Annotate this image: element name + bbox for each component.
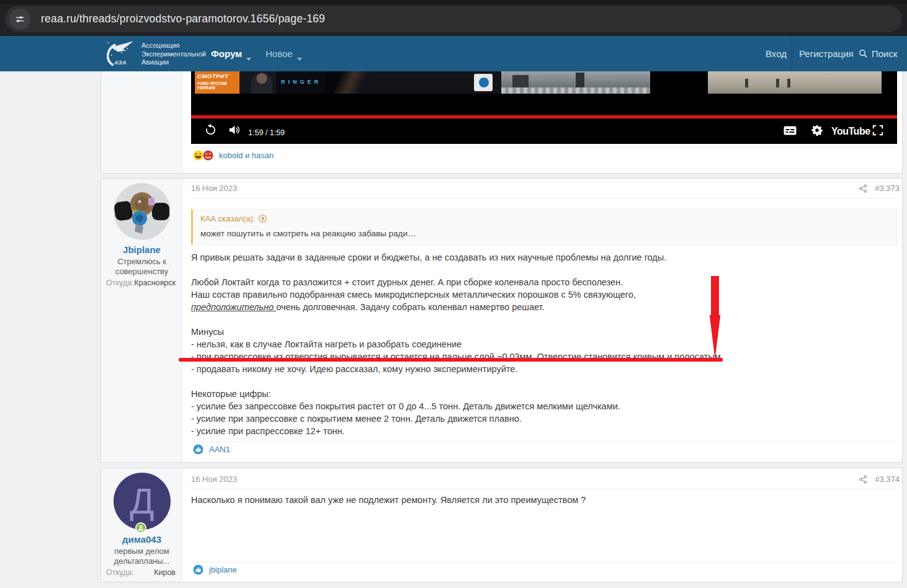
reactions-divider	[191, 562, 896, 563]
quote-expand-icon[interactable]	[259, 215, 267, 223]
share-button[interactable]	[859, 475, 867, 486]
endscreen-thumbnail[interactable]	[501, 71, 650, 94]
url-text[interactable]: reaa.ru/threads/proizvodstvo-paramotorov…	[41, 6, 325, 32]
online-badge-icon	[135, 522, 146, 533]
post-header-divider	[191, 198, 896, 198]
reactions-divider	[191, 442, 896, 442]
username-link[interactable]: Jbiplane	[101, 244, 182, 255]
post-date: 16 Ноя 2023	[191, 184, 237, 193]
nav-new-label: Новое	[266, 48, 293, 59]
avatar-letter: Д	[114, 473, 171, 530]
post-paragraph: Насколько я понимаю такой вал уже не под…	[191, 494, 811, 506]
youtube-logo-link[interactable]: YouTube	[831, 126, 870, 137]
logo-line: Ассоциация	[141, 42, 206, 50]
reactions-bar: AAN1	[193, 444, 230, 455]
reactions-bar: jbiplane	[193, 564, 237, 575]
endscreen-thumbnail[interactable]: RINGER	[276, 71, 369, 94]
post-paragraph: - усилие без запрессовке без покрытия ра…	[191, 400, 811, 412]
post-paragraph-italic: предположительно	[191, 302, 276, 312]
like-reaction-icon	[193, 444, 203, 455]
endscreen-thumbnail[interactable]: СМОТРИТ FORD ПРОТИВ FERRARI	[195, 71, 276, 94]
register-link[interactable]: Регистрация	[799, 36, 854, 71]
post-paragraph: Я привык решать задачи в заданные сроки …	[191, 251, 811, 264]
post-number-link[interactable]: #3.373	[875, 184, 900, 193]
location-value: Красноярск	[134, 278, 176, 287]
reactions-bar: kobold и hasan	[193, 150, 274, 161]
header-divider	[792, 36, 792, 71]
logo-line: Авиации	[141, 58, 206, 67]
share-button[interactable]	[859, 184, 867, 195]
quote-author-link[interactable]: КАА сказал(а):	[200, 214, 255, 223]
browser-chrome: reaa.ru/threads/proizvodstvo-paramotorov…	[0, 0, 907, 36]
tune-icon	[15, 14, 25, 24]
search-button[interactable]: Поиск	[859, 36, 898, 71]
avatar[interactable]	[114, 183, 171, 240]
thumbnail-figure	[479, 78, 489, 87]
post-paragraph: - продавать никому не хочу. Идею рассказ…	[191, 363, 811, 375]
page: reaa.ru/threads/proizvodstvo-paramotorov…	[0, 0, 907, 588]
endscreen-thumbnail[interactable]	[369, 71, 501, 94]
quote-block: КАА сказал(а): может пошутить и смотреть…	[191, 209, 897, 245]
settings-button[interactable]	[811, 125, 823, 136]
avatar[interactable]: Д	[114, 473, 171, 530]
reactions-divider	[191, 147, 896, 148]
thumb-text: FORD ПРОТИВ FERRARI	[197, 81, 237, 90]
login-link[interactable]: Вход	[766, 36, 787, 71]
like-reaction-icon	[193, 564, 203, 575]
video-time: 1:59 / 1:59	[248, 122, 285, 144]
site-logo[interactable]: АЗА	[104, 39, 140, 69]
youtube-logo: YouTube	[831, 126, 870, 137]
post-paragraph: - нельзя, как в случае Локтайта нагреть …	[191, 338, 811, 350]
post-card-video: СМОТРИТ FORD ПРОТИВ FERRARI RINGER	[101, 71, 903, 174]
user-location: Откуда: Киров	[106, 568, 176, 577]
thumbnail-figure	[787, 79, 790, 87]
post-body: Насколько я понимаю такой вал уже не под…	[191, 494, 811, 506]
user-tagline: дельтапланы...	[101, 556, 182, 566]
site-settings-button[interactable]	[9, 9, 30, 30]
post-paragraph: - усилие при запрессовке с покрытием мен…	[191, 412, 811, 425]
post-card-3374: Д дима043 первым делом дельтапланы... От…	[101, 468, 903, 582]
replay-icon	[205, 124, 217, 136]
chevron-down-icon	[297, 58, 302, 63]
thumbnail-figure	[326, 71, 369, 94]
annotation-arrow	[711, 276, 719, 316]
settings-gear-icon	[811, 125, 823, 136]
post-date: 16 Ноя 2023	[191, 474, 237, 484]
fullscreen-button[interactable]	[872, 125, 883, 136]
subtitles-button[interactable]	[784, 126, 797, 135]
endscreen-thumbnail[interactable]	[708, 71, 882, 94]
thumbnail-figure	[251, 73, 272, 94]
post-card-3373: Jbiplane Стремлюсь к совершенству Откуда…	[101, 178, 903, 463]
location-value: Киров	[154, 568, 176, 577]
user-tagline: Стремлюсь к	[101, 257, 182, 266]
username-link[interactable]: дима043	[101, 534, 182, 545]
volume-icon	[228, 124, 240, 136]
replay-button[interactable]	[205, 124, 217, 136]
reaction-users-link[interactable]: AAN1	[209, 445, 230, 454]
red-smiley-reaction-icon	[203, 150, 213, 161]
thumbnail-caption: СМОТРИТ FORD ПРОТИВ FERRARI	[195, 71, 239, 94]
share-icon	[859, 184, 867, 193]
location-label: Откуда:	[106, 568, 134, 577]
search-label: Поиск	[872, 36, 898, 71]
share-icon	[859, 475, 867, 484]
youtube-player[interactable]: СМОТРИТ FORD ПРОТИВ FERRARI RINGER	[191, 71, 897, 144]
video-progress-bar[interactable]	[191, 115, 897, 118]
logo-line: Экспериментальной	[141, 50, 206, 59]
nav-new[interactable]: Новое	[266, 36, 302, 71]
logo-acronym: АЗА	[114, 60, 127, 66]
reaction-users-link[interactable]: kobold и hasan	[219, 151, 274, 160]
nav-forum[interactable]: Форум	[211, 36, 251, 71]
address-bar[interactable]: reaa.ru/threads/proizvodstvo-paramotorov…	[5, 6, 902, 32]
quote-text: может пошутить и смотреть на реакцию заб…	[200, 229, 889, 238]
post-number-link[interactable]: #3.374	[875, 474, 900, 484]
subtitles-icon	[784, 126, 797, 135]
volume-button[interactable]	[228, 124, 240, 136]
user-tagline: совершенству	[101, 267, 182, 276]
haha-reaction-icon	[193, 150, 203, 161]
thumb-text: RINGER	[281, 79, 321, 85]
user-location: Откуда: Красноярск	[106, 278, 176, 287]
reaction-users-link[interactable]: jbiplane	[209, 565, 237, 574]
post-user-cell: Jbiplane Стремлюсь к совершенству Откуда…	[101, 179, 182, 462]
nav-forum-label: Форум	[211, 48, 242, 59]
